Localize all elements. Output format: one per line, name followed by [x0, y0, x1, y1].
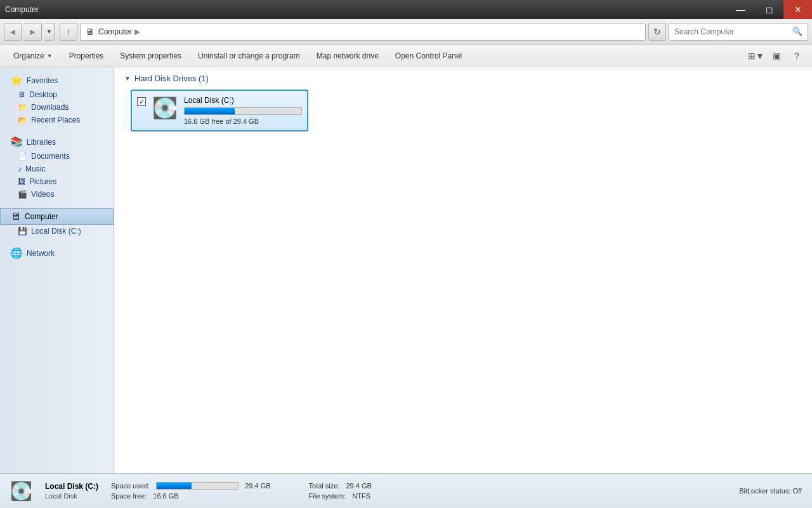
status-drive-name: Local Disk (C:): [45, 482, 98, 491]
computer-label: Computer: [25, 212, 58, 221]
search-icon: 🔍: [792, 27, 802, 36]
total-size-label: Total size:: [309, 482, 340, 490]
organize-button[interactable]: Organize ▼: [6, 47, 60, 65]
status-info: Local Disk (C:) Local Disk: [45, 482, 98, 500]
minimize-button[interactable]: —: [726, 0, 755, 19]
sidebar-item-libraries[interactable]: 📚 Libraries: [0, 134, 114, 150]
status-row-filesystem: File system: NTFS: [309, 492, 372, 500]
drive-checkbox[interactable]: ✓: [137, 97, 146, 106]
title-bar: Computer — ◻ ✕: [0, 0, 812, 19]
local-disk-label: Local Disk (C:): [31, 227, 81, 236]
properties-button[interactable]: Properties: [62, 47, 111, 65]
computer-section: 🖥 Computer 💾 Local Disk (C:): [0, 208, 114, 237]
sidebar-item-downloads[interactable]: 📁 Downloads: [0, 101, 114, 114]
organize-label: Organize: [13, 51, 44, 60]
address-refresh-button[interactable]: ↻: [648, 23, 666, 41]
main-content: ⭐ Favorites 🖥 Desktop 📁 Downloads 📂 Rece…: [0, 67, 812, 473]
forward-button[interactable]: ►: [24, 23, 42, 41]
network-icon: 🌐: [10, 247, 23, 259]
sidebar-item-music[interactable]: ♪ Music: [0, 163, 114, 175]
sidebar-item-pictures[interactable]: 🖼 Pictures: [0, 175, 114, 188]
favorites-icon: ⭐: [10, 74, 23, 86]
sidebar-item-desktop[interactable]: 🖥 Desktop: [0, 88, 114, 101]
total-size-value: 29.4 GB: [245, 482, 270, 490]
network-section: 🌐 Network: [0, 245, 114, 261]
sidebar-item-network[interactable]: 🌐 Network: [0, 245, 114, 261]
close-button[interactable]: ✕: [783, 0, 812, 19]
map-drive-label: Map network drive: [317, 51, 379, 60]
local-disk-icon: 💾: [18, 227, 27, 236]
uninstall-label: Uninstall or change a program: [198, 51, 300, 60]
libraries-section: 📚 Libraries 📄 Documents ♪ Music 🖼 Pictur…: [0, 134, 114, 201]
sidebar-divider-1: [0, 129, 114, 134]
total-size-extra-value: 29.4 GB: [346, 482, 371, 490]
system-properties-button[interactable]: System properties: [113, 47, 188, 65]
toolbar-view-controls: ⊞▼ ▣ ?: [747, 47, 806, 65]
system-properties-label: System properties: [120, 51, 181, 60]
back-button[interactable]: ◄: [4, 23, 22, 41]
filesystem-label: File system:: [309, 492, 346, 500]
drive-hdd-icon: 💽: [152, 96, 178, 120]
sidebar-item-computer[interactable]: 🖥 Computer: [0, 208, 114, 225]
uninstall-button[interactable]: Uninstall or change a program: [191, 47, 307, 65]
nav-dropdown-button[interactable]: ▼: [44, 23, 55, 41]
refresh-button[interactable]: ↑: [60, 23, 77, 41]
properties-label: Properties: [69, 51, 104, 60]
organize-dropdown-icon: ▼: [47, 53, 53, 59]
maximize-button[interactable]: ◻: [755, 0, 783, 19]
drive-item-c[interactable]: ✓ 💽 Local Disk (C:) 16.6 GB free of 29.4…: [131, 90, 308, 131]
drive-space-text: 16.6 GB free of 29.4 GB: [184, 117, 302, 125]
desktop-icon: 🖥: [18, 90, 25, 99]
documents-icon: 📄: [18, 152, 27, 161]
hard-disk-section-header[interactable]: ▼ Hard Disk Drives (1): [124, 74, 802, 83]
help-button[interactable]: ?: [788, 47, 806, 65]
documents-label: Documents: [31, 152, 70, 161]
view-dropdown-button[interactable]: ⊞▼: [747, 47, 765, 65]
path-label: Computer: [98, 27, 132, 36]
favorites-label: Favorites: [27, 76, 58, 85]
drive-items: ✓ 💽 Local Disk (C:) 16.6 GB free of 29.4…: [124, 90, 802, 131]
space-free-label: Space free:: [111, 492, 147, 500]
status-row-total: Total size: 29.4 GB: [309, 482, 372, 490]
status-drive-label: Local Disk: [45, 492, 98, 500]
libraries-label: Libraries: [27, 138, 56, 147]
control-panel-button[interactable]: Open Control Panel: [388, 47, 469, 65]
sidebar-item-recent-places[interactable]: 📂 Recent Places: [0, 114, 114, 126]
drive-name: Local Disk (C:): [184, 96, 302, 105]
status-usage-bar-background: [156, 482, 239, 490]
collapse-arrow-icon: ▼: [124, 75, 131, 82]
music-label: Music: [25, 164, 45, 173]
favorites-section: ⭐ Favorites 🖥 Desktop 📁 Downloads 📂 Rece…: [0, 72, 114, 126]
window-title: Computer: [5, 5, 39, 14]
path-computer-icon: 🖥: [86, 27, 95, 37]
status-bar: 💽 Local Disk (C:) Local Disk Space used:…: [0, 473, 812, 508]
sidebar-item-favorites[interactable]: ⭐ Favorites: [0, 72, 114, 88]
hard-disk-section-title: Hard Disk Drives (1): [134, 74, 209, 83]
status-row-used: Space used: 29.4 GB: [111, 482, 271, 490]
control-panel-label: Open Control Panel: [395, 51, 462, 60]
map-drive-button[interactable]: Map network drive: [310, 47, 386, 65]
filesystem-value: NTFS: [352, 492, 370, 500]
search-box[interactable]: 🔍: [669, 23, 808, 41]
sidebar-item-videos[interactable]: 🎬 Videos: [0, 188, 114, 201]
music-icon: ♪: [18, 164, 22, 173]
sidebar-item-local-disk[interactable]: 💾 Local Disk (C:): [0, 225, 114, 237]
desktop-label: Desktop: [29, 90, 57, 99]
recent-places-label: Recent Places: [31, 116, 80, 124]
drive-usage-bar-fill: [185, 108, 235, 114]
pictures-icon: 🖼: [18, 177, 25, 186]
status-drive-icon: 💽: [10, 481, 32, 502]
drive-info: Local Disk (C:) 16.6 GB free of 29.4 GB: [184, 96, 302, 125]
preview-pane-button[interactable]: ▣: [768, 47, 785, 65]
toolbar: Organize ▼ Properties System properties …: [0, 44, 812, 67]
path-arrow-icon: ▶: [134, 27, 140, 36]
address-path[interactable]: 🖥 Computer ▶: [80, 23, 646, 41]
network-label: Network: [27, 249, 55, 258]
status-row-free: Space free: 16.6 GB: [111, 492, 271, 500]
computer-icon: 🖥: [11, 211, 21, 222]
sidebar-divider-2: [0, 203, 114, 208]
search-input[interactable]: [674, 27, 792, 36]
window-controls: — ◻ ✕: [726, 0, 812, 19]
sidebar-item-documents[interactable]: 📄 Documents: [0, 150, 114, 163]
downloads-label: Downloads: [31, 103, 69, 112]
